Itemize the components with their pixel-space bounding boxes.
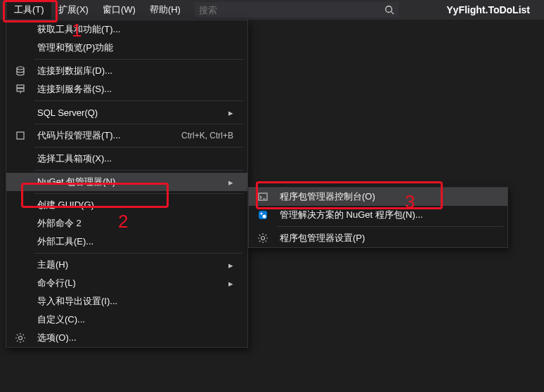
dropdown-item[interactable]: 代码片段管理器(T)...Ctrl+K, Ctrl+B [6,126,247,145]
dropdown-item[interactable]: 选择工具箱项(X)... [6,150,247,168]
tools-dropdown: 获取工具和功能(T)...管理和预览(P)功能连接到数据库(D)...连接到服务… [6,20,248,348]
menu-separator [34,253,243,254]
menu-window[interactable]: 窗口(W) [96,1,143,19]
menu-separator [34,170,243,171]
console-icon [256,191,270,202]
menu-separator [34,59,243,60]
submenu-item[interactable]: 程序包管理器设置(P) [249,229,507,247]
svg-point-12 [261,237,265,240]
dropdown-item[interactable]: 连接到数据库(D)... [6,62,247,80]
menu-item-label: 选项(O)... [37,332,233,344]
submenu-item[interactable]: 程序包管理器控制台(O) [249,188,507,206]
svg-point-11 [263,215,266,218]
menu-separator [34,147,243,148]
chevron-right-icon: ▸ [228,177,233,188]
dropdown-item[interactable]: 主题(H)▸ [6,256,247,274]
svg-rect-6 [17,132,24,139]
menu-item-label: 命令行(L) [37,277,221,289]
search-box[interactable] [195,2,399,18]
db-icon [13,65,27,77]
dropdown-item[interactable]: 自定义(C)... [6,311,247,329]
dropdown-item[interactable]: 命令行(L)▸ [6,274,247,292]
nuget-icon [256,209,270,221]
dropdown-item[interactable]: 管理和预览(P)功能 [6,39,247,57]
dropdown-item[interactable]: 创建 GUID(G) [6,196,247,214]
menu-item-label: 选择工具箱项(X)... [37,152,233,165]
menu-item-shortcut: Ctrl+K, Ctrl+B [181,131,233,141]
menu-item-label: 程序包管理器设置(P) [280,232,493,244]
dropdown-item[interactable]: 外部工具(E)... [6,233,247,251]
nuget-submenu: 程序包管理器控制台(O)管理解决方案的 NuGet 程序包(N)...程序包管理… [248,187,508,248]
dropdown-item[interactable]: 连接到服务器(S)... [6,80,247,98]
svg-point-2 [17,67,24,70]
menu-item-label: 连接到数据库(D)... [37,65,233,77]
menu-item-label: 自定义(C)... [37,313,233,326]
menu-item-label: 外部工具(E)... [37,235,233,248]
search-input[interactable] [199,5,384,15]
menu-separator [277,226,503,227]
menu-item-label: 连接到服务器(S)... [37,83,233,96]
menu-tools[interactable]: 工具(T) [7,1,51,19]
menu-item-label: 外部命令 2 [37,217,233,230]
menu-item-label: 获取工具和功能(T)... [37,23,233,36]
chevron-right-icon: ▸ [228,260,233,270]
svg-rect-4 [17,89,24,91]
dropdown-item[interactable]: NuGet 包管理器(N)▸ [6,173,247,191]
gear-icon [13,332,27,344]
menu-extensions[interactable]: 扩展(X) [51,1,96,19]
menu-item-label: NuGet 包管理器(N) [37,176,221,188]
chevron-right-icon: ▸ [228,278,233,289]
menu-item-label: 管理解决方案的 NuGet 程序包(N)... [280,209,493,221]
dropdown-item[interactable]: SQL Server(Q)▸ [6,103,247,122]
menu-item-label: 代码片段管理器(T)... [37,129,174,142]
svg-point-7 [19,337,22,340]
menu-help[interactable]: 帮助(H) [143,1,188,19]
menu-item-label: 主题(H) [37,259,221,271]
menu-separator [34,193,243,194]
svg-point-0 [386,6,392,13]
gear-icon [256,233,270,244]
search-icon [384,5,394,15]
svg-rect-9 [259,211,267,219]
dropdown-item[interactable]: 导入和导出设置(I)... [6,292,247,311]
menu-item-label: 创建 GUID(G) [37,199,233,211]
svg-rect-3 [17,85,24,88]
menu-item-label: SQL Server(Q) [37,107,221,118]
menu-separator [34,124,243,124]
chevron-right-icon: ▸ [228,107,233,118]
submenu-item[interactable]: 管理解决方案的 NuGet 程序包(N)... [249,206,507,224]
dropdown-item[interactable]: 外部命令 2 [6,214,247,233]
menu-item-label: 导入和导出设置(I)... [37,295,233,308]
dropdown-item[interactable]: 选项(O)... [6,329,247,347]
menu-item-label: 程序包管理器控制台(O) [280,190,493,203]
svg-line-1 [391,12,394,15]
menubar: 工具(T) 扩展(X) 窗口(W) 帮助(H) YyFlight.ToDoLis… [0,0,544,20]
project-name: YyFlight.ToDoList [446,4,530,15]
menu-item-label: 管理和预览(P)功能 [37,41,233,54]
snippet-icon [13,130,27,141]
dropdown-item[interactable]: 获取工具和功能(T)... [6,20,247,39]
svg-point-10 [261,213,263,215]
menu-separator [34,100,243,101]
server-icon [13,84,27,95]
